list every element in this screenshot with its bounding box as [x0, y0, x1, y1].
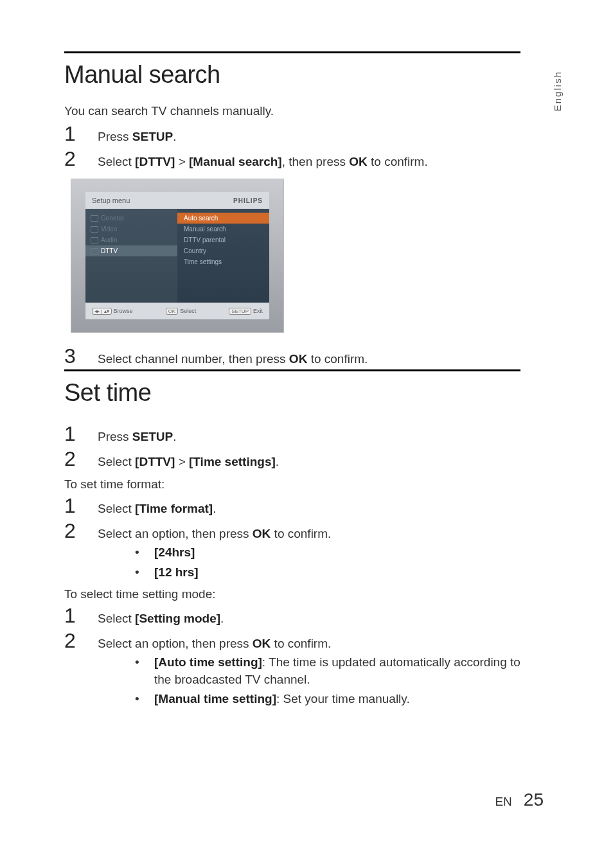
menu-item-audio: Audio [85, 235, 177, 245]
step-text: Select [Setting mode]. [98, 608, 224, 626]
menu-option-auto-search: Auto search [177, 213, 269, 224]
step-number: 3 [64, 344, 98, 368]
step-text: Select [Time format]. [98, 498, 216, 516]
list-item: [24hrs] [129, 544, 520, 562]
menu-option-country: Country [177, 245, 269, 256]
footer-exit: SETUPExit [229, 308, 263, 315]
step-row: 2 Select an option, then press OK to con… [64, 519, 520, 543]
step-row: 1 Select [Time format]. [64, 494, 520, 518]
step-number: 1 [64, 494, 98, 518]
section-divider [64, 369, 520, 371]
section-divider [64, 51, 520, 53]
step-text: Select channel number, then press OK to … [98, 348, 368, 366]
step-number: 1 [64, 422, 98, 446]
option-list: [24hrs] [12 hrs] [129, 544, 520, 581]
footer-select: OKSelect [166, 308, 197, 315]
footer-browse: ◂▸ | ▴▾Browse [92, 308, 133, 315]
page-content: Manual search You can search TV channels… [64, 51, 520, 711]
list-item: [Manual time setting]: Set your time man… [129, 691, 520, 708]
language-tab: English [552, 71, 563, 111]
menu-right-panel: Auto search Manual search DTTV parental … [177, 209, 269, 303]
step-number: 2 [64, 447, 98, 471]
page-language: EN [495, 795, 511, 809]
setup-menu-screenshot: Setup menu PHILIPS General Video Audio D… [71, 179, 284, 333]
sub-heading: To set time format: [64, 477, 520, 492]
step-number: 2 [64, 519, 98, 543]
step-text: Select an option, then press OK to confi… [98, 633, 331, 651]
section-title-manual-search: Manual search [64, 61, 520, 89]
step-row: 1 Press SETUP. [64, 422, 520, 446]
menu-left-panel: General Video Audio DTTV [85, 209, 177, 303]
step-row: 2 Select [DTTV] > [Manual search], then … [64, 147, 520, 171]
sub-heading: To select time setting mode: [64, 587, 520, 601]
option-list: [Auto time setting]: The time is updated… [129, 654, 520, 708]
menu-option-time-settings: Time settings [177, 256, 269, 267]
step-number: 2 [64, 147, 98, 171]
menu-item-dttv: DTTV [85, 245, 177, 256]
step-text: Select [DTTV] > [Manual search], then pr… [98, 151, 428, 169]
menu-item-video: Video [85, 224, 177, 235]
step-text: Select [DTTV] > [Time settings]. [98, 451, 279, 469]
section-title-set-time: Set time [64, 379, 520, 407]
intro-text: You can search TV channels manually. [64, 104, 520, 118]
page-footer: EN 25 [495, 790, 544, 810]
list-item: [Auto time setting]: The time is updated… [129, 654, 520, 688]
step-text: Press SETUP. [98, 426, 177, 444]
step-text: Select an option, then press OK to confi… [98, 523, 331, 541]
page-number: 25 [524, 790, 544, 810]
step-row: 2 Select an option, then press OK to con… [64, 629, 520, 653]
menu-item-general: General [85, 213, 177, 224]
step-number: 1 [64, 122, 98, 146]
step-text: Press SETUP. [98, 126, 177, 144]
step-number: 2 [64, 629, 98, 653]
menu-option-manual-search: Manual search [177, 224, 269, 235]
list-item: [12 hrs] [129, 564, 520, 581]
menu-option-dttv-parental: DTTV parental [177, 235, 269, 245]
menu-title: Setup menu [92, 197, 130, 204]
step-row: 1 Select [Setting mode]. [64, 604, 520, 628]
step-row: 2 Select [DTTV] > [Time settings]. [64, 447, 520, 471]
brand-logo: PHILIPS [233, 197, 263, 204]
step-row: 3 Select channel number, then press OK t… [64, 344, 520, 368]
step-number: 1 [64, 604, 98, 628]
step-row: 1 Press SETUP. [64, 122, 520, 146]
